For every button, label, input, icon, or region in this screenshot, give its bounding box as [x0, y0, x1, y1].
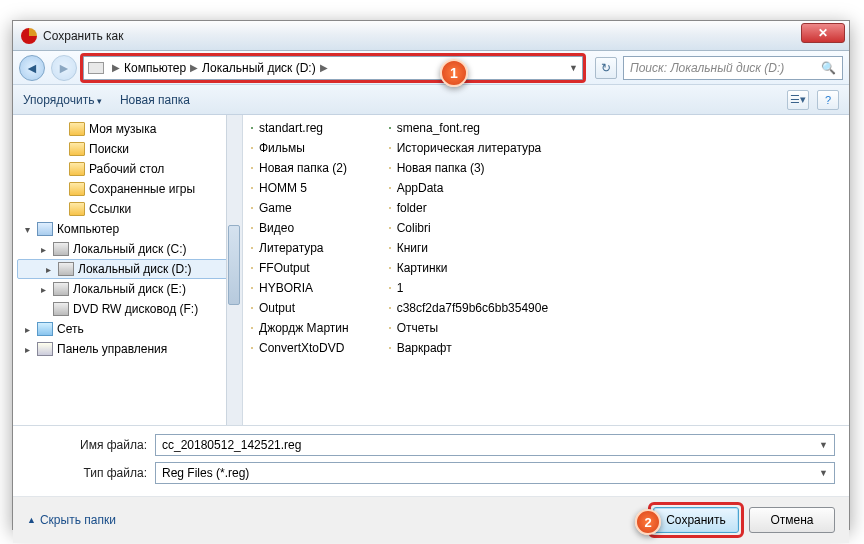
- dropdown-icon[interactable]: ▼: [819, 468, 828, 478]
- scrollbar[interactable]: [226, 115, 242, 425]
- dropdown-icon[interactable]: ▼: [819, 440, 828, 450]
- file-item[interactable]: Книги: [389, 239, 548, 257]
- tree-item[interactable]: ▸Сеть: [13, 319, 242, 339]
- tree-item[interactable]: ▾Компьютер: [13, 219, 242, 239]
- file-item[interactable]: Фильмы: [251, 139, 349, 157]
- tree-label: Компьютер: [57, 222, 119, 236]
- file-item[interactable]: HOMM 5: [251, 179, 349, 197]
- file-item[interactable]: Game: [251, 199, 349, 217]
- file-item[interactable]: Новая папка (3): [389, 159, 548, 177]
- folder-icon: [389, 347, 391, 349]
- folder-icon: [69, 162, 85, 176]
- folder-icon: [389, 187, 391, 189]
- drive-icon: [53, 302, 69, 316]
- net-icon: [37, 322, 53, 336]
- tree-label: Панель управления: [57, 342, 167, 356]
- tree-item[interactable]: ▸Локальный диск (C:): [13, 239, 242, 259]
- file-item[interactable]: Картинки: [389, 259, 548, 277]
- new-folder-button[interactable]: Новая папка: [120, 93, 190, 107]
- folder-icon: [69, 202, 85, 216]
- file-item[interactable]: smena_font.reg: [389, 119, 548, 137]
- tree-item[interactable]: ▸Локальный диск (D:): [17, 259, 238, 279]
- annotation-badge-1: 1: [440, 59, 468, 87]
- file-item[interactable]: 1: [389, 279, 548, 297]
- folder-icon: [69, 182, 85, 196]
- expand-icon[interactable]: ▸: [37, 244, 49, 255]
- search-input[interactable]: Поиск: Локальный диск (D:) 🔍: [623, 56, 843, 80]
- window-title: Сохранить как: [43, 29, 123, 43]
- folder-icon: [251, 227, 253, 229]
- back-button[interactable]: ◄: [19, 55, 45, 81]
- search-placeholder: Поиск: Локальный диск (D:): [630, 61, 784, 75]
- folder-icon: [251, 287, 253, 289]
- file-name-panel: Имя файла: cc_20180512_142521.reg ▼ Тип …: [13, 425, 849, 496]
- file-item[interactable]: standart.reg: [251, 119, 349, 137]
- scrollbar-thumb[interactable]: [228, 225, 240, 305]
- panel-icon: [37, 342, 53, 356]
- expand-icon[interactable]: ▸: [37, 284, 49, 295]
- dialog-body: Моя музыкаПоискиРабочий столСохраненные …: [13, 115, 849, 425]
- file-item[interactable]: HYBORIA: [251, 279, 349, 297]
- expand-icon[interactable]: ▸: [21, 324, 33, 335]
- expand-icon[interactable]: ▾: [21, 224, 33, 235]
- hide-folders-toggle[interactable]: Скрыть папки: [27, 513, 116, 527]
- folder-icon: [251, 307, 253, 309]
- save-button[interactable]: Сохранить: [653, 507, 739, 533]
- file-item[interactable]: Отчеты: [389, 319, 548, 337]
- file-label: Отчеты: [397, 321, 438, 335]
- tree-label: Рабочий стол: [89, 162, 164, 176]
- chevron-right-icon: ▶: [190, 62, 198, 73]
- cancel-button[interactable]: Отмена: [749, 507, 835, 533]
- folder-tree[interactable]: Моя музыкаПоискиРабочий столСохраненные …: [13, 115, 243, 425]
- file-label: Colibri: [397, 221, 431, 235]
- tree-item[interactable]: Сохраненные игры: [13, 179, 242, 199]
- filename-input[interactable]: cc_20180512_142521.reg ▼: [155, 434, 835, 456]
- file-item[interactable]: Литература: [251, 239, 349, 257]
- file-label: Новая папка (3): [397, 161, 485, 175]
- dropdown-icon[interactable]: ▼: [569, 63, 578, 73]
- filetype-select[interactable]: Reg Files (*.reg) ▼: [155, 462, 835, 484]
- folder-icon: [251, 147, 253, 149]
- tree-item[interactable]: ▸Панель управления: [13, 339, 242, 359]
- tree-item[interactable]: Рабочий стол: [13, 159, 242, 179]
- file-item[interactable]: Джордж Мартин: [251, 319, 349, 337]
- file-item[interactable]: Видео: [251, 219, 349, 237]
- file-item[interactable]: AppData: [389, 179, 548, 197]
- expand-icon[interactable]: ▸: [42, 264, 54, 275]
- tree-item[interactable]: ▸Локальный диск (E:): [13, 279, 242, 299]
- folder-icon: [251, 167, 253, 169]
- file-list[interactable]: standart.regФильмыНовая папка (2)HOMM 5G…: [243, 115, 849, 425]
- file-label: Видео: [259, 221, 294, 235]
- forward-button[interactable]: ►: [51, 55, 77, 81]
- file-item[interactable]: folder: [389, 199, 548, 217]
- file-item[interactable]: Варкрафт: [389, 339, 548, 357]
- file-item[interactable]: FFOutput: [251, 259, 349, 277]
- tree-item[interactable]: DVD RW дисковод (F:): [13, 299, 242, 319]
- view-mode-button[interactable]: ☰▾: [787, 90, 809, 110]
- folder-icon: [389, 267, 391, 269]
- tree-item[interactable]: Моя музыка: [13, 119, 242, 139]
- drive-icon: [53, 282, 69, 296]
- address-bar[interactable]: ▶ Компьютер ▶ Локальный диск (D:) ▶ 1 ▼: [83, 56, 583, 80]
- app-icon: [21, 28, 37, 44]
- refresh-button[interactable]: ↻: [595, 57, 617, 79]
- help-button[interactable]: ?: [817, 90, 839, 110]
- file-item[interactable]: ConvertXtoDVD: [251, 339, 349, 357]
- organize-menu[interactable]: Упорядочить: [23, 93, 102, 107]
- file-item[interactable]: Output: [251, 299, 349, 317]
- tree-label: Поиски: [89, 142, 129, 156]
- folder-icon: [251, 207, 253, 209]
- breadcrumb[interactable]: Локальный диск (D:): [202, 61, 316, 75]
- file-label: Историческая литература: [397, 141, 542, 155]
- expand-icon[interactable]: ▸: [21, 344, 33, 355]
- file-item[interactable]: Историческая литература: [389, 139, 548, 157]
- file-item[interactable]: Colibri: [389, 219, 548, 237]
- close-button[interactable]: ✕: [801, 23, 845, 43]
- file-item[interactable]: Новая папка (2): [251, 159, 349, 177]
- file-item[interactable]: c38cf2da7f59b6c6bb35490e: [389, 299, 548, 317]
- folder-icon: [69, 122, 85, 136]
- titlebar: Сохранить как ✕: [13, 21, 849, 51]
- breadcrumb[interactable]: Компьютер: [124, 61, 186, 75]
- tree-item[interactable]: Поиски: [13, 139, 242, 159]
- tree-item[interactable]: Ссылки: [13, 199, 242, 219]
